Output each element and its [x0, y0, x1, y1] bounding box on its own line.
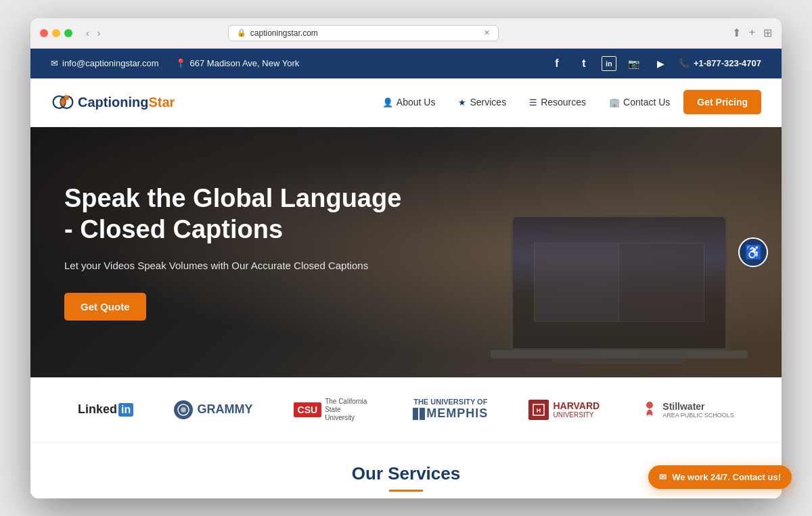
logo-part1: Captioning	[78, 95, 148, 110]
traffic-lights	[40, 29, 72, 37]
location-icon: 📍	[175, 58, 186, 68]
main-nav: CaptioningStar 👤 About Us ★ Services ☰ R…	[30, 78, 782, 127]
phone-icon: 📞	[679, 58, 690, 68]
csu-badge: CSU	[294, 402, 322, 417]
contact-float-icon: ✉	[659, 472, 667, 482]
facebook-icon[interactable]: f	[547, 54, 566, 73]
hero-section: Speak the Global Language - Closed Capti…	[30, 127, 782, 377]
contact-icon: 🏢	[609, 97, 620, 108]
grammy-text: GRAMMY	[197, 402, 252, 417]
nav-services[interactable]: ★ Services	[449, 91, 516, 113]
svg-text:H: H	[537, 407, 541, 414]
nav-resources-label: Resources	[541, 97, 586, 108]
logo-icon	[51, 90, 75, 114]
harvard-logo: H HARVARD UNIVERSITY	[528, 400, 600, 420]
address-text: 667 Madison Ave, New York	[190, 58, 300, 68]
svg-point-9	[648, 402, 652, 408]
address-bar[interactable]: 🔒 captioningstar.com ✕	[228, 25, 499, 41]
share-icon[interactable]: ⬆	[732, 26, 741, 39]
minimize-button[interactable]	[52, 29, 60, 37]
memphis-logo: THE UNIVERSITY OF MEMPHIS	[413, 398, 488, 421]
svg-rect-4	[413, 408, 418, 420]
memphis-university-text: THE UNIVERSITY OF	[413, 398, 488, 406]
harvard-text: HARVARD	[553, 400, 600, 411]
browser-window: ‹ › 🔒 captioningstar.com ✕ ⬆ + ⊞ ✉ info@…	[30, 18, 782, 498]
stillwater-logo: Stillwater AREA PUBLIC SCHOOLS	[640, 398, 734, 421]
sidebar-icon[interactable]: ⊞	[763, 26, 772, 39]
linkedin-badge: in	[118, 403, 133, 417]
services-icon: ★	[458, 97, 466, 108]
email-text: info@captioningstar.com	[62, 58, 159, 68]
hero-laptop-decoration	[491, 188, 748, 377]
new-tab-icon[interactable]: +	[749, 26, 755, 39]
svg-point-2	[64, 95, 69, 100]
get-quote-button[interactable]: Get Quote	[64, 293, 146, 321]
forward-button[interactable]: ›	[95, 26, 104, 40]
linkedin-text: Linked	[78, 402, 117, 417]
stillwater-text: Stillwater	[662, 401, 734, 412]
browser-chrome: ‹ › 🔒 captioningstar.com ✕ ⬆ + ⊞	[30, 18, 782, 49]
harvard-subtext: UNIVERSITY	[553, 411, 600, 419]
logo-text: CaptioningStar	[78, 93, 175, 111]
nav-contact-us[interactable]: 🏢 Contact Us	[600, 91, 679, 113]
top-bar-right: f t in 📷 ▶ 📞 +1-877-323-4707	[547, 54, 761, 73]
address-info: 📍 667 Madison Ave, New York	[175, 58, 300, 68]
email-info: ✉ info@captioningstar.com	[51, 58, 159, 68]
phone-number: +1-877-323-4707	[694, 58, 761, 68]
about-icon: 👤	[382, 97, 393, 108]
website-content: ✉ info@captioningstar.com 📍 667 Madison …	[30, 49, 782, 498]
grammy-icon	[174, 400, 193, 419]
maximize-button[interactable]	[64, 29, 72, 37]
csu-text: The California State University	[325, 398, 372, 422]
logo[interactable]: CaptioningStar	[51, 90, 175, 114]
grammy-logo: GRAMMY	[174, 400, 252, 419]
phone-button[interactable]: 📞 +1-877-323-4707	[679, 58, 761, 68]
browser-actions: ⬆ + ⊞	[732, 26, 772, 39]
hero-content: Speak the Global Language - Closed Capti…	[30, 183, 436, 321]
stillwater-subtext: AREA PUBLIC SCHOOLS	[662, 412, 734, 419]
top-bar: ✉ info@captioningstar.com 📍 667 Madison …	[30, 49, 782, 78]
linkedin-logo: Linkedin	[78, 402, 133, 417]
close-button[interactable]	[40, 29, 48, 37]
instagram-icon[interactable]: 📷	[625, 54, 644, 73]
get-pricing-button[interactable]: Get Pricing	[683, 90, 761, 114]
nav-about-us[interactable]: 👤 About Us	[373, 91, 445, 113]
browser-navigation: ‹ ›	[83, 26, 103, 40]
harvard-crest: H	[528, 400, 549, 420]
csu-logo: CSU The California State University	[294, 398, 373, 422]
accessibility-button[interactable]: ♿	[738, 237, 768, 267]
nav-about-label: About Us	[397, 97, 436, 108]
hero-subtitle: Let your Videos Speak Volumes with Our A…	[64, 258, 403, 274]
contact-float-button[interactable]: ✉ We work 24/7. Contact us!	[648, 465, 792, 489]
hero-title: Speak the Global Language - Closed Capti…	[64, 183, 403, 245]
nav-links: 👤 About Us ★ Services ☰ Resources 🏢 Cont…	[373, 90, 761, 114]
svg-rect-5	[420, 408, 425, 420]
services-underline	[389, 490, 423, 492]
memphis-text: MEMPHIS	[413, 406, 488, 421]
contact-float-label: We work 24/7. Contact us!	[672, 472, 781, 482]
logo-part2: Star	[148, 95, 175, 110]
email-icon: ✉	[51, 58, 58, 68]
logos-section: Linkedin GRAMMY CSU The California State…	[30, 377, 782, 443]
twitter-icon[interactable]: t	[574, 54, 593, 73]
top-bar-left: ✉ info@captioningstar.com 📍 667 Madison …	[51, 58, 299, 68]
resources-icon: ☰	[529, 97, 537, 108]
url-text: captioningstar.com	[250, 28, 318, 38]
linkedin-icon[interactable]: in	[602, 56, 616, 71]
stillwater-icon	[640, 398, 659, 421]
back-button[interactable]: ‹	[83, 26, 92, 40]
nav-services-label: Services	[470, 97, 506, 108]
nav-resources[interactable]: ☰ Resources	[520, 91, 595, 113]
close-tab-icon[interactable]: ✕	[484, 28, 490, 37]
youtube-icon[interactable]: ▶	[652, 54, 671, 73]
lock-icon: 🔒	[237, 28, 246, 37]
nav-contact-label: Contact Us	[623, 97, 670, 108]
